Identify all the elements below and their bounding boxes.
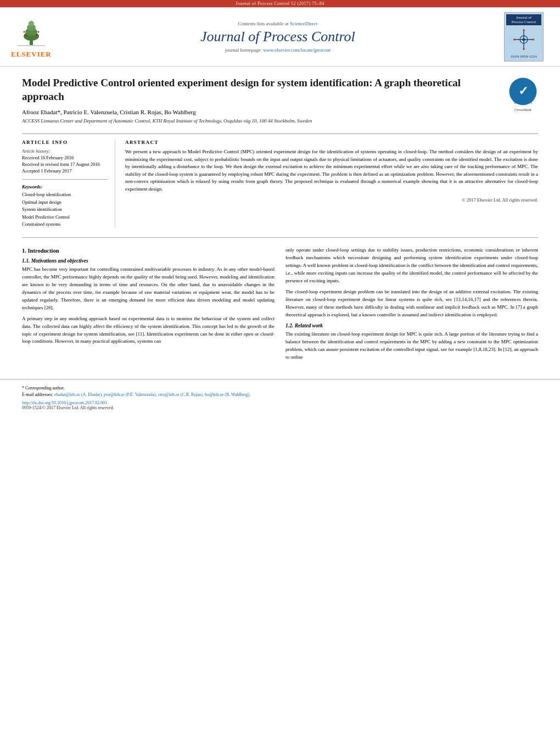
doi-line[interactable]: http://dx.doi.org/10.1016/j.jprocont.201…: [22, 400, 538, 405]
article-title-section: Model Predictive Control oriented experi…: [22, 76, 538, 128]
article-authors: Afrooz Ebadat*, Patricio E. Valenzuela, …: [22, 109, 500, 115]
received-date: Received 16 February 2016: [22, 155, 108, 161]
body-para-2: A primary step in any modeling approach …: [22, 315, 275, 346]
svg-point-18: [523, 48, 524, 50]
copyright-line: © 2017 Elsevier Ltd. All rights reserved…: [125, 197, 538, 203]
svg-point-15: [513, 38, 515, 40]
article-history-label: Article history:: [22, 148, 108, 154]
svg-point-7: [23, 31, 25, 32]
left-col: 1. Introduction 1.1. Motivations and obj…: [22, 247, 275, 365]
subsec-1-1-title: Motivations and objectives: [31, 258, 88, 264]
article-affiliation: ACCESS Linnaeus Center and Department of…: [22, 118, 500, 124]
red-top-bar: Journal of Process Control 52 (2017) 75–…: [0, 0, 560, 7]
keyword-4: Model Predictive Control: [22, 214, 108, 221]
section-divider-1: [22, 237, 538, 238]
volume-info: Journal of Process Control 52 (2017) 75–…: [236, 1, 324, 6]
elsevier-tree-svg: [12, 15, 51, 48]
homepage-text: journal homepage:: [225, 47, 262, 53]
subsec-1-2-title: Related work: [295, 323, 323, 328]
cover-issn: ISSN 0959-1524: [510, 54, 537, 59]
page-wrapper: Journal of Process Control 52 (2017) 75–…: [0, 0, 560, 742]
svg-point-14: [522, 38, 525, 41]
article-info-col: ARTICLE INFO Article history: Received 1…: [22, 140, 115, 228]
the-word: The: [285, 289, 293, 294]
svg-point-16: [533, 38, 534, 40]
svg-point-8: [37, 31, 39, 32]
revised-date: Received in revised form 17 August 2016: [22, 161, 108, 168]
contents-text: Contents lists available at: [238, 21, 288, 26]
homepage-line: journal homepage: www.elsevier.com/locat…: [52, 47, 504, 53]
abstract-col: ABSTRACT We present a new approach to Mo…: [125, 140, 538, 228]
intro-number: 1.: [22, 248, 26, 254]
accepted-date: Accepted 1 February 2017: [22, 168, 108, 175]
cover-svg: [507, 25, 540, 54]
two-col-body: 1. Introduction 1.1. Motivations and obj…: [22, 247, 538, 365]
svg-point-4: [29, 21, 34, 26]
crossmark-label: CrossMark: [508, 108, 538, 112]
keyword-1: Closed-loop identification: [22, 191, 108, 199]
crossmark-logo: ✓ CrossMark CrossMark: [508, 76, 538, 112]
contents-line: Contents lists available at ScienceDirec…: [52, 21, 504, 26]
svg-point-6: [36, 34, 38, 36]
footnote: * Corresponding author. E-mail addresses…: [22, 385, 538, 398]
page-footer: * Corresponding author. E-mail addresses…: [0, 379, 560, 416]
right-col: only operate under closed-loop settings …: [285, 247, 538, 365]
header-area: ELSEVIER Contents lists available at Sci…: [0, 7, 560, 66]
svg-point-17: [523, 29, 524, 31]
homepage-link[interactable]: www.elsevier.com/locate/jprocont: [263, 47, 331, 53]
subsec-1-1-number: 1.1.: [22, 258, 30, 264]
doi-link[interactable]: http://dx.doi.org/10.1016/j.jprocont.201…: [22, 400, 107, 405]
subsec-1-2-heading: 1.2. Related work: [285, 323, 538, 328]
keyword-3: System identification: [22, 206, 108, 214]
crossmark-svg: ✓ CrossMark: [508, 76, 538, 107]
intro-heading: 1. Introduction: [22, 248, 275, 254]
abstract-title: ABSTRACT: [125, 140, 538, 145]
article-main-title: Model Predictive Control oriented experi…: [22, 76, 500, 103]
sciencedirect-link[interactable]: ScienceDirect: [290, 21, 317, 26]
body-para-right-2: The closed-loop experiment design proble…: [285, 288, 538, 319]
keywords-label: Keywords:: [22, 184, 108, 189]
email-links[interactable]: ebadat@kth.se (A. Ebadat), pva@kth.se (P…: [54, 392, 251, 397]
info-divider: [22, 179, 108, 180]
article-info-abstract: ARTICLE INFO Article history: Received 1…: [22, 133, 538, 228]
svg-rect-9: [18, 45, 45, 46]
body-para-1: MPC has become very important for contro…: [22, 266, 275, 312]
journal-cover: Journal ofProcess Control ISSN 0959-1524: [504, 12, 544, 62]
body-para-right-1: only operate under closed-loop settings …: [285, 247, 538, 285]
svg-text:CrossMark: CrossMark: [514, 101, 533, 104]
elsevier-logo: ELSEVIER: [11, 15, 52, 59]
subsec-1-1-heading: 1.1. Motivations and objectives: [22, 258, 275, 264]
article-title-text: Model Predictive Control oriented experi…: [22, 76, 500, 128]
svg-text:✓: ✓: [518, 84, 528, 98]
intro-title: Introduction: [28, 248, 59, 254]
body-para-right-3: The existing literature on closed-loop e…: [285, 331, 538, 361]
article-info-heading: ARTICLE INFO: [22, 140, 108, 145]
header-center: Contents lists available at ScienceDirec…: [52, 21, 504, 53]
email-label: E-mail addresses:: [22, 392, 53, 397]
abstract-text: We present a new approach to Model Predi…: [125, 148, 538, 193]
journal-title: Journal of Process Control: [52, 29, 504, 45]
svg-point-5: [25, 34, 27, 36]
elsevier-label: ELSEVIER: [11, 50, 52, 59]
subsec-1-2-number: 1.2.: [285, 323, 293, 328]
journal-cover-inner: Journal ofProcess Control: [506, 14, 541, 25]
issn-line: 0959-1524/© 2017 Elsevier Ltd. All right…: [22, 405, 538, 410]
keyword-2: Optimal input design: [22, 199, 108, 207]
keyword-5: Constrained systems: [22, 221, 108, 228]
footnote-star: * Corresponding author.: [22, 386, 65, 390]
main-content: Model Predictive Control oriented experi…: [0, 66, 560, 375]
